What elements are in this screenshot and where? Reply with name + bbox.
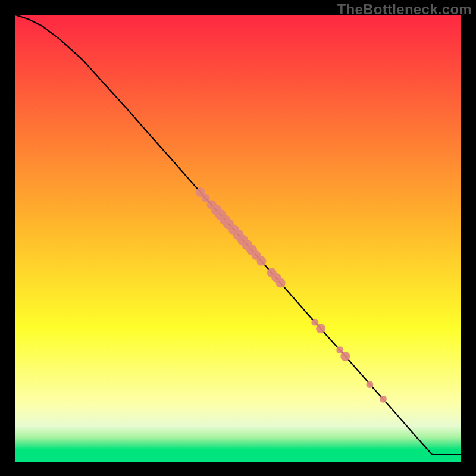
watermark-text: TheBottleneck.com [337,1,472,18]
chart-frame [0,0,476,476]
heat-gradient [15,15,461,462]
plot-area [15,15,461,462]
svg-rect-0 [15,15,461,462]
